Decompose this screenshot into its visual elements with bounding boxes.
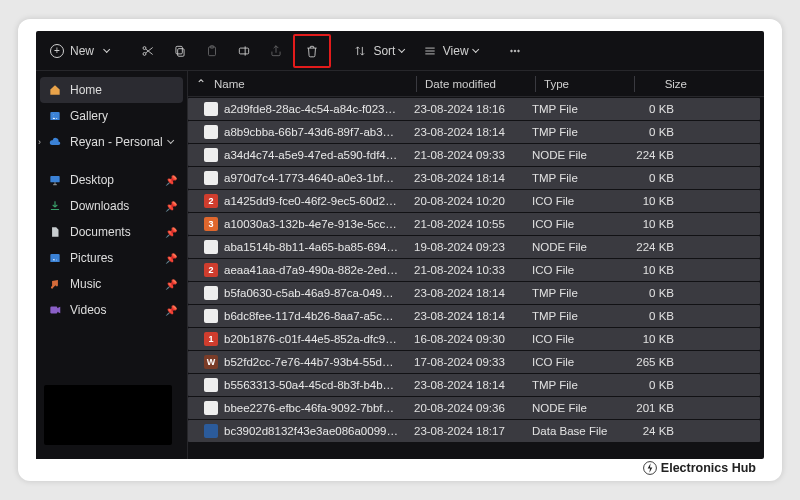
sort-label: Sort	[373, 44, 395, 58]
sidebar-item-label: Downloads	[70, 199, 129, 213]
copy-button[interactable]	[165, 37, 195, 65]
plus-circle-icon: +	[50, 44, 64, 58]
table-row[interactable]: a8b9cbba-66b7-43d6-89f7-ab3953fb9c7...23…	[188, 121, 760, 143]
file-list: ⌃ Name Date modified Type Size a2d9fde8-…	[188, 71, 764, 459]
svg-point-0	[143, 46, 146, 49]
file-type: ICO File	[524, 333, 622, 345]
paste-button[interactable]	[197, 37, 227, 65]
view-list-icon	[423, 44, 437, 58]
file-type: NODE File	[524, 402, 622, 414]
svg-rect-3	[176, 46, 182, 54]
gallery-icon	[48, 109, 62, 123]
table-row[interactable]: Wb52fd2cc-7e76-44b7-93b4-55d1d985da...17…	[188, 351, 760, 373]
sidebar-item-home[interactable]: Home	[40, 77, 183, 103]
table-row[interactable]: bbee2276-efbc-46fa-9092-7bbfeeb6d59...20…	[188, 397, 760, 419]
table-row[interactable]: a2d9fde8-28ac-4c54-a84c-f023a075f77e...2…	[188, 98, 760, 120]
table-row[interactable]: 2a1425dd9-fce0-46f2-9ec5-60d2ebe85eef...…	[188, 190, 760, 212]
chevron-down-icon	[167, 137, 175, 145]
file-icon	[204, 309, 218, 323]
file-date: 17-08-2024 09:33	[406, 356, 524, 368]
svg-point-1	[143, 52, 146, 55]
new-button[interactable]: + New	[42, 37, 119, 65]
table-row[interactable]: a970d7c4-1773-4640-a0e3-1bf28c8f1dd...23…	[188, 167, 760, 189]
file-size: 224 KB	[622, 241, 692, 253]
file-size: 201 KB	[622, 402, 692, 414]
more-button[interactable]	[500, 37, 530, 65]
file-type: NODE File	[524, 149, 622, 161]
table-row[interactable]: b5563313-50a4-45cd-8b3f-b4ba84eed6f...23…	[188, 374, 760, 396]
home-icon	[48, 83, 62, 97]
sidebar-item-label: Music	[70, 277, 101, 291]
sidebar-item-downloads[interactable]: Downloads📌	[40, 193, 183, 219]
chevron-down-icon	[103, 46, 111, 54]
file-type: ICO File	[524, 264, 622, 276]
rename-button[interactable]	[229, 37, 259, 65]
file-name: a970d7c4-1773-4640-a0e3-1bf28c8f1dd...	[224, 172, 398, 184]
sidebar-item-documents[interactable]: Documents📌	[40, 219, 183, 245]
table-row[interactable]: b5fa0630-c5ab-46a9-87ca-0495d18214c...23…	[188, 282, 760, 304]
view-label: View	[443, 44, 469, 58]
sort-button[interactable]: Sort	[345, 37, 412, 65]
table-row[interactable]: aba1514b-8b11-4a65-ba85-6940d4f6e4...19-…	[188, 236, 760, 258]
pictures-icon	[48, 251, 62, 265]
document-icon	[48, 225, 62, 239]
table-row[interactable]: b6dc8fee-117d-4b26-8aa7-a5cbafe7d22...23…	[188, 305, 760, 327]
file-name: b20b1876-c01f-44e5-852a-dfc994e50a9...	[224, 333, 398, 345]
sidebar-item-pictures[interactable]: Pictures📌	[40, 245, 183, 271]
file-icon	[204, 102, 218, 116]
file-size: 10 KB	[622, 195, 692, 207]
file-date: 23-08-2024 18:17	[406, 425, 524, 437]
sort-icon	[353, 44, 367, 58]
sidebar-item-label: Reyan - Personal	[70, 135, 163, 149]
table-row[interactable]: 3a10030a3-132b-4e7e-913e-5cc07d58fef...2…	[188, 213, 760, 235]
clipboard-icon	[205, 44, 219, 58]
table-row[interactable]: 1b20b1876-c01f-44e5-852a-dfc994e50a9...1…	[188, 328, 760, 350]
svg-point-8	[514, 50, 516, 52]
file-icon	[204, 424, 218, 438]
sidebar-item-reyan-personal[interactable]: ›Reyan - Personal	[40, 129, 183, 155]
file-icon: 1	[204, 332, 218, 346]
sidebar-item-music[interactable]: Music📌	[40, 271, 183, 297]
table-row[interactable]: bc3902d8132f43e3ae086a009979fa8823-08-20…	[188, 420, 760, 442]
sidebar-item-label: Videos	[70, 303, 106, 317]
svg-rect-2	[178, 48, 184, 56]
file-type: TMP File	[524, 103, 622, 115]
column-header-type[interactable]: Type	[536, 78, 634, 90]
file-date: 21-08-2024 09:33	[406, 149, 524, 161]
column-header-name[interactable]: Name	[206, 78, 416, 90]
download-icon	[48, 199, 62, 213]
file-type: TMP File	[524, 287, 622, 299]
watermark: Electronics Hub	[643, 461, 756, 475]
file-date: 21-08-2024 10:55	[406, 218, 524, 230]
file-icon: W	[204, 355, 218, 369]
file-date: 23-08-2024 18:14	[406, 310, 524, 322]
share-button[interactable]	[261, 37, 291, 65]
file-size: 0 KB	[622, 379, 692, 391]
sidebar-item-videos[interactable]: Videos📌	[40, 297, 183, 323]
column-header-date[interactable]: Date modified	[417, 78, 535, 90]
chevron-right-icon: ›	[38, 137, 41, 147]
cut-button[interactable]	[133, 37, 163, 65]
column-header-size[interactable]: Size	[635, 78, 705, 90]
file-name: a34d4c74-a5e9-47ed-a590-fdf40eae55f0...	[224, 149, 398, 161]
file-rows[interactable]: a2d9fde8-28ac-4c54-a84c-f023a075f77e...2…	[188, 97, 764, 459]
file-size: 24 KB	[622, 425, 692, 437]
table-row[interactable]: 2aeaa41aa-d7a9-490a-882e-2edfaaabbd...21…	[188, 259, 760, 281]
sidebar-item-desktop[interactable]: Desktop📌	[40, 167, 183, 193]
music-icon	[48, 277, 62, 291]
table-row[interactable]: a34d4c74-a5e9-47ed-a590-fdf40eae55f0...2…	[188, 144, 760, 166]
file-size: 224 KB	[622, 149, 692, 161]
file-icon	[204, 401, 218, 415]
delete-button[interactable]	[293, 34, 331, 68]
file-icon: 3	[204, 217, 218, 231]
view-button[interactable]: View	[415, 37, 486, 65]
chevron-down-icon	[471, 46, 479, 54]
pin-icon: 📌	[165, 305, 177, 316]
file-type: TMP File	[524, 310, 622, 322]
file-type: TMP File	[524, 126, 622, 138]
file-date: 21-08-2024 10:33	[406, 264, 524, 276]
trash-icon	[305, 44, 319, 58]
sidebar-item-gallery[interactable]: Gallery	[40, 103, 183, 129]
file-type: TMP File	[524, 172, 622, 184]
pin-icon: 📌	[165, 253, 177, 264]
